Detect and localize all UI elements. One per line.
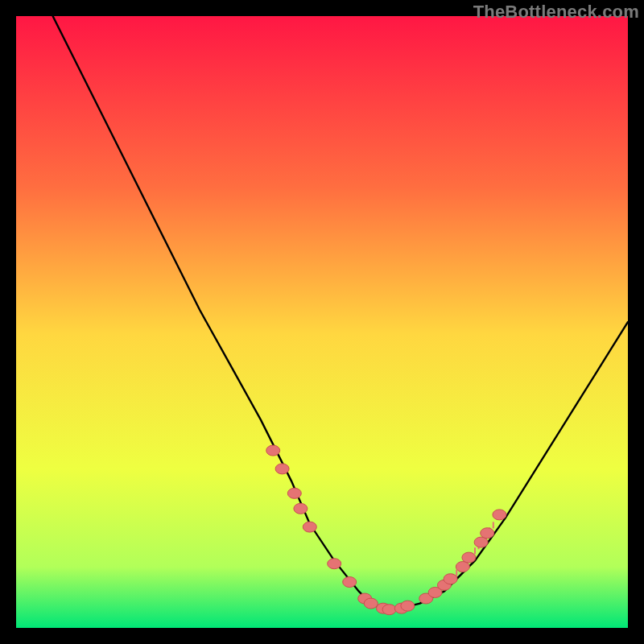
data-marker: [294, 503, 308, 514]
watermark-text: TheBottleneck.com: [473, 2, 639, 23]
data-marker: [364, 598, 378, 609]
gradient-background: [16, 16, 628, 628]
data-marker: [287, 488, 301, 498]
data-marker: [343, 577, 357, 588]
data-marker: [303, 522, 316, 532]
data-marker: [462, 552, 476, 563]
data-marker: [444, 574, 457, 584]
data-marker: [401, 601, 415, 611]
data-marker: [266, 445, 280, 456]
data-marker: [275, 464, 289, 474]
bottleneck-chart: [16, 16, 628, 628]
data-marker: [382, 605, 396, 615]
data-marker: [481, 528, 494, 539]
data-marker: [328, 559, 341, 569]
data-marker: [493, 510, 506, 520]
chart-frame: [16, 16, 628, 628]
